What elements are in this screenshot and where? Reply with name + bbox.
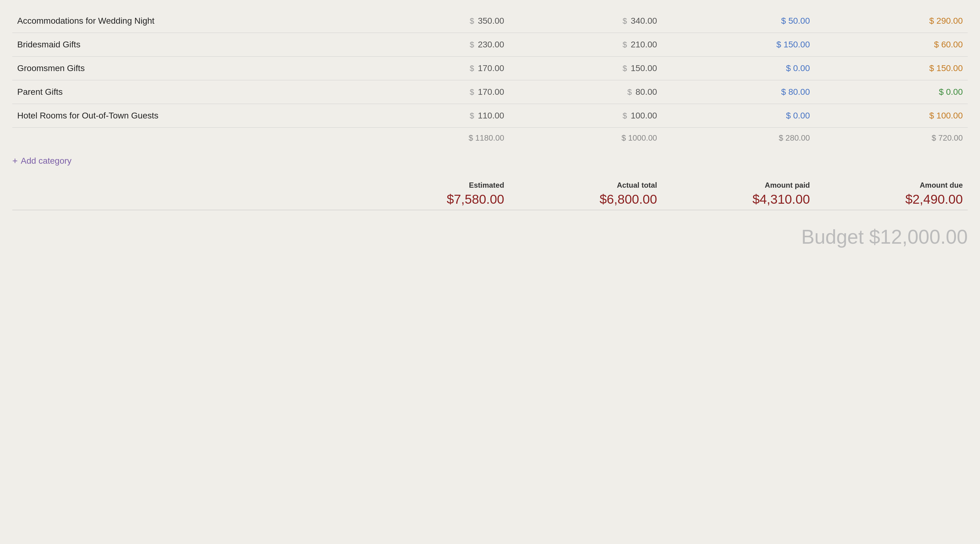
currency-symbol: $ bbox=[622, 16, 627, 26]
table-row: Groomsmen Gifts $ 170.00 $ 150.00 $ 0.00 bbox=[12, 57, 968, 80]
estimated-1: $ 230.00 bbox=[356, 33, 509, 57]
due-3: $ 0.00 bbox=[815, 80, 968, 104]
summary-divider bbox=[12, 210, 968, 210]
currency-symbol: $ bbox=[470, 64, 474, 73]
estimated-0: $ 350.00 bbox=[356, 9, 509, 33]
budget-table: Accommodations for Wedding Night $ 350.0… bbox=[12, 9, 968, 169]
paid-0: $ 50.00 bbox=[662, 9, 815, 33]
summary-headers-row: Estimated Actual total Amount paid Amoun… bbox=[12, 178, 968, 191]
subtotals-row: $ 1180.00 $ 1000.00 $ 280.00 $ 720.00 bbox=[12, 128, 968, 148]
currency-symbol: $ bbox=[622, 40, 627, 49]
subtotal-actual: $ 1000.00 bbox=[509, 128, 662, 148]
currency-symbol: $ bbox=[470, 111, 474, 121]
table-row: Bridesmaid Gifts $ 230.00 $ 210.00 $ 150… bbox=[12, 33, 968, 57]
currency-symbol: $ bbox=[627, 88, 632, 97]
summary-header-actual: Actual total bbox=[509, 178, 662, 191]
currency-symbol: $ bbox=[470, 16, 474, 26]
currency-symbol: $ bbox=[622, 111, 627, 121]
summary-header-paid: Amount paid bbox=[662, 178, 815, 191]
subtotal-estimated: $ 1180.00 bbox=[356, 128, 509, 148]
estimated-2: $ 170.00 bbox=[356, 57, 509, 80]
summary-header-estimated: Estimated bbox=[356, 178, 509, 191]
table-row: Hotel Rooms for Out-of-Town Guests $ 110… bbox=[12, 104, 968, 128]
due-0: $ 290.00 bbox=[815, 9, 968, 33]
subtotal-due: $ 720.00 bbox=[815, 128, 968, 148]
due-2: $ 150.00 bbox=[815, 57, 968, 80]
item-name-2: Groomsmen Gifts bbox=[12, 57, 356, 80]
item-name-0: Accommodations for Wedding Night bbox=[12, 9, 356, 33]
paid-3: $ 80.00 bbox=[662, 80, 815, 104]
item-name-1: Bridesmaid Gifts bbox=[12, 33, 356, 57]
actual-3: $ 80.00 bbox=[509, 80, 662, 104]
summary-value-actual: $6,800.00 bbox=[509, 191, 662, 210]
actual-4: $ 100.00 bbox=[509, 104, 662, 128]
plus-icon: + bbox=[12, 156, 18, 166]
table-row: Accommodations for Wedding Night $ 350.0… bbox=[12, 9, 968, 33]
actual-2: $ 150.00 bbox=[509, 57, 662, 80]
due-4: $ 100.00 bbox=[815, 104, 968, 128]
item-name-4: Hotel Rooms for Out-of-Town Guests bbox=[12, 104, 356, 128]
summary-table: Estimated Actual total Amount paid Amoun… bbox=[12, 178, 968, 210]
estimated-3: $ 170.00 bbox=[356, 80, 509, 104]
currency-symbol: $ bbox=[470, 88, 474, 97]
summary-value-estimated: $7,580.00 bbox=[356, 191, 509, 210]
estimated-4: $ 110.00 bbox=[356, 104, 509, 128]
paid-4: $ 0.00 bbox=[662, 104, 815, 128]
actual-1: $ 210.00 bbox=[509, 33, 662, 57]
item-name-3: Parent Gifts bbox=[12, 80, 356, 104]
summary-value-due: $2,490.00 bbox=[815, 191, 968, 210]
summary-header-due: Amount due bbox=[815, 178, 968, 191]
table-row: Parent Gifts $ 170.00 $ 80.00 $ 80.00 bbox=[12, 80, 968, 104]
currency-symbol: $ bbox=[470, 40, 474, 49]
currency-symbol: $ bbox=[622, 64, 627, 73]
add-category-row: + Add category bbox=[12, 148, 968, 169]
paid-1: $ 150.00 bbox=[662, 33, 815, 57]
budget-total-section: Budget $12,000.00 bbox=[12, 219, 968, 248]
add-category-button[interactable]: + Add category bbox=[12, 156, 72, 166]
summary-value-paid: $4,310.00 bbox=[662, 191, 815, 210]
paid-2: $ 0.00 bbox=[662, 57, 815, 80]
subtotal-paid: $ 280.00 bbox=[662, 128, 815, 148]
summary-values-row: $7,580.00 $6,800.00 $4,310.00 $2,490.00 bbox=[12, 191, 968, 210]
due-1: $ 60.00 bbox=[815, 33, 968, 57]
add-category-label: Add category bbox=[21, 156, 72, 166]
budget-total-label: Budget $12,000.00 bbox=[12, 219, 968, 248]
actual-0: $ 340.00 bbox=[509, 9, 662, 33]
